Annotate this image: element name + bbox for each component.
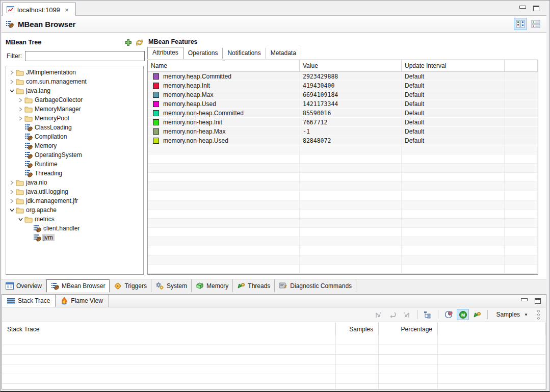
panel-minimize-icon[interactable] [521, 298, 528, 301]
empty-table-row [2, 345, 546, 355]
chevron-right-icon[interactable] [8, 180, 15, 185]
navigate-return-button[interactable] [386, 309, 399, 320]
tree-item-garbagecollector[interactable]: GarbageCollector [6, 95, 143, 104]
samples-dropdown[interactable]: Samples ▼ [492, 309, 532, 320]
chevron-right-icon[interactable] [8, 199, 15, 203]
tree-item-memorymanager[interactable]: MemoryManager [6, 104, 143, 114]
flame-icon [61, 297, 68, 305]
horizontal-layout-toggle-button[interactable] [529, 18, 542, 30]
column-header-value[interactable]: Value [300, 60, 402, 71]
attributes-table[interactable]: Name^ValueUpdate Interval memory.heap.Co… [147, 60, 538, 275]
tab-stack-trace[interactable]: Stack Trace [2, 295, 56, 307]
attribute-row[interactable]: memory.non-heap.Used82848072Default [148, 136, 538, 145]
folder-icon [15, 87, 24, 94]
tree-item-operatingsystem[interactable]: OperatingSystem [6, 150, 143, 160]
tree-item-java-util-logging[interactable]: java.util.logging [6, 187, 143, 196]
view-tab-memory[interactable]: Memory [192, 279, 233, 292]
tree-item-label: MemoryManager [33, 106, 83, 113]
chevron-down-icon[interactable] [17, 218, 24, 221]
chevron-right-icon[interactable] [8, 80, 15, 84]
chevron-down-icon: ▼ [524, 312, 528, 317]
tab-flame-view[interactable]: Flame View [56, 295, 108, 307]
column-header-percentage[interactable]: Percentage [379, 323, 438, 335]
column-header-samples[interactable]: Samples [336, 323, 379, 335]
tree-item-memory[interactable]: Memory [6, 141, 143, 150]
tree-item-compilation[interactable]: Compilation [6, 132, 143, 141]
view-tab-system[interactable]: System [151, 279, 192, 292]
add-mbean-button[interactable] [124, 39, 132, 46]
column-header-update-interval[interactable]: Update Interval [402, 60, 505, 71]
tree-item-runtime[interactable]: Runtime [6, 160, 143, 169]
tree-item-label: java.nio [24, 179, 48, 186]
chevron-right-icon[interactable] [17, 116, 24, 121]
tab-attributes[interactable]: Attributes [147, 47, 184, 59]
view-tab-mbean-browser[interactable]: MBean Browser [46, 279, 110, 292]
chevron-right-icon[interactable] [8, 190, 15, 194]
clock-icon [444, 310, 453, 319]
tree-item-label: Runtime [33, 161, 59, 168]
attribute-row[interactable]: memory.heap.Max6694109184Default [148, 90, 538, 99]
view-tab-overview[interactable]: Overview [2, 279, 46, 292]
tree-item-jmimplementation[interactable]: JMImplementation [6, 68, 143, 77]
mbean-icon [33, 233, 42, 242]
attribute-row[interactable]: memory.non-heap.Init7667712Default [148, 118, 538, 127]
tree-item-client-handler[interactable]: client.handler [6, 224, 143, 233]
view-tab-diagnostic-commands[interactable]: Diagnostic Commands [275, 279, 356, 292]
threads-icon [237, 282, 245, 290]
minimize-icon[interactable] [519, 6, 526, 9]
tree-item-metrics[interactable]: metrics [6, 215, 143, 224]
chevron-right-icon[interactable] [17, 98, 24, 102]
column-header-stack-trace[interactable]: Stack Trace [2, 323, 336, 335]
tree-item-java-nio[interactable]: java.nio [6, 178, 143, 187]
tree-item-classloading[interactable]: ClassLoading [6, 123, 143, 132]
vertical-layout-toggle-button[interactable] [514, 18, 527, 30]
tree-item-jdk-management-jfr[interactable]: jdk.management.jfr [6, 196, 143, 205]
column-header-empty[interactable] [438, 323, 546, 335]
page-header: MBean Browser [2, 16, 546, 33]
attribute-row[interactable]: memory.heap.Used1421173344Default [148, 99, 538, 109]
attribute-row[interactable]: memory.heap.Committed2923429888Default [148, 72, 538, 81]
mbean-tree[interactable]: JMImplementationcom.sun.managementjava.l… [6, 66, 144, 275]
view-tab-label: Overview [16, 282, 42, 290]
close-icon[interactable]: × [63, 6, 70, 14]
tab-operations[interactable]: Operations [184, 48, 223, 59]
chevron-right-icon[interactable] [17, 107, 24, 112]
thread-settings-button[interactable] [471, 309, 483, 320]
tree-view-button[interactable] [422, 309, 434, 320]
empty-table-row [148, 145, 538, 154]
chevron-right-icon[interactable] [8, 70, 15, 75]
tree-item-org-apache[interactable]: org.apache [6, 205, 143, 215]
tree-item-label: jdk.management.jfr [24, 197, 80, 204]
tab-metadata[interactable]: Metadata [266, 48, 301, 59]
tree-item-threading[interactable]: Threading [6, 169, 143, 178]
navigate-forward-button[interactable] [401, 309, 413, 320]
profiling-clock-button[interactable] [442, 309, 455, 320]
tree-item-java-lang[interactable]: java.lang [6, 86, 143, 95]
attribute-update-interval: Default [402, 118, 505, 126]
attribute-row[interactable]: memory.heap.Init419430400Default [148, 81, 538, 90]
tree-item-memorypool[interactable]: MemoryPool [6, 114, 143, 123]
chevron-down-icon[interactable] [8, 89, 15, 93]
column-header-name[interactable]: Name^ [148, 60, 300, 71]
maximize-icon[interactable] [533, 6, 539, 11]
chevron-down-icon[interactable] [8, 208, 15, 212]
tab-notifications[interactable]: Notifications [223, 48, 266, 59]
editor-tab-localhost[interactable]: localhost:1099 × [2, 3, 76, 16]
filter-input[interactable] [25, 51, 145, 61]
attribute-name: memory.non-heap.Init [163, 119, 222, 126]
attribute-row[interactable]: memory.non-heap.Committed85590016Default [148, 109, 538, 118]
panel-maximize-icon[interactable] [535, 298, 541, 304]
refresh-button[interactable] [135, 39, 144, 46]
tree-item-jvm[interactable]: jvm [6, 233, 143, 242]
column-header-empty[interactable] [505, 60, 538, 71]
tree-item-com-sun-management[interactable]: com.sun.management [6, 77, 143, 86]
view-tab-triggers[interactable]: Triggers [110, 279, 151, 292]
navigate-back-button[interactable] [372, 309, 384, 320]
view-tab-threads[interactable]: Threads [233, 279, 275, 292]
view-menu-icon[interactable] [534, 310, 543, 320]
view-tab-label: Threads [248, 282, 270, 290]
method-profiling-button[interactable]: M [457, 309, 469, 320]
attribute-row[interactable]: memory.non-heap.Max-1Default [148, 127, 538, 136]
attribute-update-interval: Default [402, 109, 505, 117]
stack-trace-table[interactable]: Stack TraceSamplesPercentage [2, 323, 546, 389]
